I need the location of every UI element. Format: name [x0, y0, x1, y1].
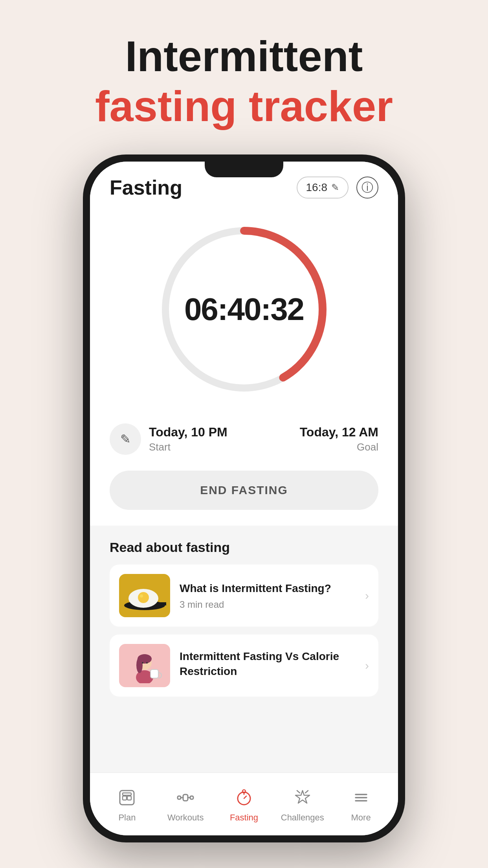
- svg-point-12: [142, 662, 143, 664]
- hero-line2: fasting tracker: [95, 81, 393, 131]
- svg-line-27: [244, 796, 246, 798]
- goal-time-value: Today, 12 AM: [300, 425, 378, 440]
- svg-point-6: [140, 594, 143, 598]
- nav-label-challenges: Challenges: [281, 813, 324, 823]
- hero-line1: Intermittent: [95, 31, 393, 81]
- svg-rect-14: [150, 669, 158, 678]
- nav-label-plan: Plan: [118, 813, 136, 823]
- goal-time-item: Today, 12 AM Goal: [300, 425, 378, 453]
- plan-label: 16:8: [306, 181, 328, 194]
- timer-circle: 06:40:32: [150, 215, 338, 404]
- timer-display: 06:40:32: [184, 291, 304, 327]
- nav-label-workouts: Workouts: [167, 813, 204, 823]
- page-title: Fasting: [110, 176, 182, 199]
- article-title-1: What is Intermittent Fasting?: [180, 581, 356, 596]
- time-edit-button[interactable]: ✎: [110, 423, 141, 455]
- svg-rect-18: [123, 793, 131, 795]
- svg-point-5: [138, 592, 149, 603]
- goal-time-label: Goal: [300, 441, 378, 453]
- article-info-1: What is Intermittent Fasting? 3 min read: [180, 581, 356, 610]
- edit-icon: ✎: [120, 432, 131, 447]
- article-chevron-1: ›: [365, 589, 369, 602]
- info-button[interactable]: ⓘ: [356, 177, 378, 199]
- end-fasting-button[interactable]: END FASTING: [110, 471, 378, 510]
- nav-item-more[interactable]: More: [332, 786, 390, 823]
- time-details: Today, 10 PM Start Today, 12 AM Goal: [149, 425, 378, 453]
- info-icon: ⓘ: [361, 180, 373, 196]
- nav-item-plan[interactable]: Plan: [98, 786, 156, 823]
- challenges-icon: [291, 786, 314, 809]
- svg-rect-23: [183, 794, 188, 801]
- nav-item-fasting[interactable]: Fasting: [215, 786, 273, 823]
- bottom-nav: Plan Workouts: [90, 772, 398, 835]
- header-right: 16:8 ✎ ⓘ: [297, 177, 379, 199]
- article-meta-1: 3 min read: [180, 599, 356, 610]
- hero-section: Intermittent fasting tracker: [95, 31, 393, 131]
- start-time-value: Today, 10 PM: [149, 425, 227, 440]
- phone-mockup: Fasting 16:8 ✎ ⓘ: [83, 154, 405, 842]
- nav-item-challenges[interactable]: Challenges: [273, 786, 332, 823]
- read-section: Read about fasting: [90, 526, 398, 772]
- plan-edit-icon: ✎: [331, 182, 339, 193]
- more-icon: [349, 786, 373, 809]
- svg-rect-3: [158, 602, 166, 605]
- workouts-icon: [174, 786, 197, 809]
- egg-illustration: [123, 578, 166, 613]
- nav-label-fasting: Fasting: [230, 813, 258, 823]
- timer-section: 06:40:32: [90, 207, 398, 416]
- article-info-2: Intermittent Fasting Vs Calorie Restrict…: [180, 649, 356, 682]
- article-title-2: Intermittent Fasting Vs Calorie Restrict…: [180, 649, 356, 679]
- svg-rect-17: [127, 796, 131, 800]
- svg-point-13: [146, 662, 148, 664]
- article-thumb-1: [119, 574, 170, 617]
- nav-label-more: More: [351, 813, 371, 823]
- app-content: Fasting 16:8 ✎ ⓘ: [90, 162, 398, 835]
- article-chevron-2: ›: [365, 659, 369, 672]
- plan-icon: [115, 786, 139, 809]
- phone-screen: Fasting 16:8 ✎ ⓘ: [90, 162, 398, 835]
- fasting-icon: [232, 786, 256, 809]
- start-time-label: Start: [149, 441, 227, 453]
- time-info-row: ✎ Today, 10 PM Start Today, 12 AM Goal: [90, 416, 398, 467]
- phone-notch: [205, 162, 283, 177]
- plan-badge[interactable]: 16:8 ✎: [297, 177, 349, 199]
- article-card-2[interactable]: Intermittent Fasting Vs Calorie Restrict…: [110, 634, 378, 697]
- end-fasting-container: END FASTING: [90, 467, 398, 526]
- article-card-1[interactable]: What is Intermittent Fasting? 3 min read…: [110, 565, 378, 627]
- svg-point-11: [136, 657, 143, 673]
- nav-item-workouts[interactable]: Workouts: [156, 786, 215, 823]
- article-thumb-2: [119, 644, 170, 687]
- woman-illustration: [123, 648, 166, 683]
- start-time-item: Today, 10 PM Start: [149, 425, 227, 453]
- read-section-title: Read about fasting: [110, 540, 378, 555]
- svg-rect-16: [123, 796, 127, 800]
